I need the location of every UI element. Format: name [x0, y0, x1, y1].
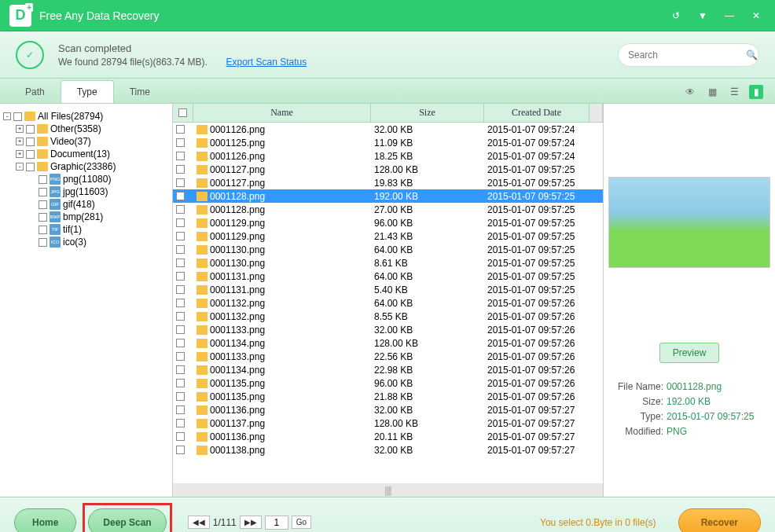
collapse-icon[interactable]: - [3, 112, 11, 120]
file-checkbox[interactable] [176, 245, 185, 254]
file-checkbox[interactable] [176, 392, 185, 401]
file-row[interactable]: 0001130.png8.61 KB2015-01-07 09:57:25 [173, 256, 603, 270]
tree-checkbox[interactable] [13, 112, 22, 121]
pager-go-button[interactable]: Go [292, 515, 311, 529]
file-row[interactable]: 0001131.png5.40 KB2015-01-07 09:57:25 [173, 283, 603, 296]
search-icon[interactable]: 🔍 [746, 50, 758, 61]
file-row[interactable]: 0001133.png32.00 KB2015-01-07 09:57:26 [173, 323, 603, 336]
horizontal-scrollbar[interactable] [173, 483, 603, 497]
file-row[interactable]: 0001135.png21.88 KB2015-01-07 09:57:26 [173, 390, 603, 403]
file-checkbox[interactable] [176, 365, 185, 374]
file-checkbox[interactable] [176, 232, 185, 240]
file-checkbox[interactable] [176, 259, 185, 267]
expand-icon[interactable]: + [16, 150, 24, 158]
file-row[interactable]: 0001129.png21.43 KB2015-01-07 09:57:25 [173, 229, 603, 243]
tree-node[interactable]: +Document(13) [3, 148, 169, 160]
tree-panel[interactable]: -All Files(28794)+Other(5358)+Video(37)+… [0, 104, 173, 497]
tree-node[interactable]: -Graphic(23386) [3, 160, 169, 173]
col-date[interactable]: Created Date [484, 104, 590, 122]
home-button[interactable]: Home [14, 508, 76, 533]
file-row[interactable]: 0001135.png96.00 KB2015-01-07 09:57:26 [173, 376, 603, 390]
file-checkbox[interactable] [176, 178, 185, 187]
file-checkbox[interactable] [176, 379, 185, 387]
tree-node[interactable]: -All Files(28794) [3, 110, 169, 123]
file-row[interactable]: 0001131.png64.00 KB2015-01-07 09:57:25 [173, 270, 603, 283]
tree-node[interactable]: +Other(5358) [3, 123, 169, 135]
detail-view-icon[interactable]: ▮ [749, 85, 763, 99]
file-row[interactable]: 0001132.png8.55 KB2015-01-07 09:57:26 [173, 310, 603, 323]
file-checkbox[interactable] [176, 446, 185, 454]
file-row[interactable]: 0001129.png96.00 KB2015-01-07 09:57:25 [173, 216, 603, 229]
file-row[interactable]: 0001126.png18.25 KB2015-01-07 09:57:24 [173, 149, 603, 163]
history-icon[interactable]: ↺ [667, 6, 685, 25]
tree-checkbox[interactable] [39, 200, 47, 209]
file-checkbox[interactable] [176, 285, 185, 294]
export-scan-link[interactable]: Export Scan Status [226, 57, 307, 68]
tab-path[interactable]: Path [9, 81, 61, 103]
file-row[interactable]: 0001137.png128.00 KB2015-01-07 09:57:27 [173, 416, 603, 430]
collapse-icon[interactable]: - [16, 163, 24, 171]
file-checkbox[interactable] [176, 165, 185, 174]
pager-last-button[interactable]: ▶▶ [240, 515, 262, 529]
file-checkbox[interactable] [176, 339, 185, 347]
preview-button[interactable]: Preview [659, 343, 720, 363]
file-checkbox[interactable] [176, 218, 185, 227]
tree-node[interactable]: ICOico(3) [3, 236, 169, 248]
close-button[interactable]: ✕ [747, 6, 766, 25]
file-checkbox[interactable] [176, 312, 185, 321]
pager-input[interactable] [265, 515, 288, 530]
file-row[interactable]: 0001127.png128.00 KB2015-01-07 09:57:25 [173, 163, 603, 176]
dropdown-icon[interactable]: ▼ [693, 6, 712, 25]
file-checkbox[interactable] [176, 138, 185, 147]
file-row[interactable]: 0001138.png32.00 KB2015-01-07 09:57:27 [173, 443, 603, 457]
search-box[interactable]: 🔍 [618, 43, 759, 67]
tree-node[interactable]: PNGpng(11080) [3, 173, 169, 185]
file-checkbox[interactable] [176, 352, 185, 361]
file-checkbox[interactable] [176, 192, 185, 200]
file-row[interactable]: 0001132.png64.00 KB2015-01-07 09:57:26 [173, 296, 603, 310]
grid-view-icon[interactable]: ▦ [705, 85, 719, 99]
expand-icon[interactable]: + [16, 138, 24, 145]
file-row[interactable]: 0001128.png27.00 KB2015-01-07 09:57:25 [173, 203, 603, 216]
col-check[interactable] [173, 104, 193, 122]
pager-first-button[interactable]: ◀◀ [188, 515, 210, 529]
col-size[interactable]: Size [371, 104, 484, 122]
file-row[interactable]: 0001136.png32.00 KB2015-01-07 09:57:27 [173, 403, 603, 416]
file-checkbox[interactable] [176, 405, 185, 414]
tab-time[interactable]: Time [114, 81, 166, 103]
file-checkbox[interactable] [176, 205, 185, 214]
list-view-icon[interactable]: ☰ [727, 85, 741, 99]
col-name[interactable]: Name [193, 104, 371, 122]
file-checkbox[interactable] [176, 419, 185, 427]
tree-checkbox[interactable] [39, 213, 47, 222]
tree-checkbox[interactable] [39, 238, 47, 247]
recover-button[interactable]: Recover [678, 508, 761, 533]
file-list[interactable]: 0001126.png32.00 KB2015-01-07 09:57:2400… [173, 123, 603, 483]
file-checkbox[interactable] [176, 152, 185, 160]
tree-checkbox[interactable] [39, 175, 47, 184]
file-row[interactable]: 0001134.png128.00 KB2015-01-07 09:57:26 [173, 336, 603, 350]
tree-node[interactable]: BMPbmp(281) [3, 211, 169, 223]
tree-node[interactable]: GIFgif(418) [3, 198, 169, 211]
file-checkbox[interactable] [176, 125, 185, 134]
file-checkbox[interactable] [176, 272, 185, 281]
file-row[interactable]: 0001128.png192.00 KB2015-01-07 09:57:25 [173, 189, 603, 203]
tree-checkbox[interactable] [26, 138, 35, 146]
expand-icon[interactable]: + [16, 125, 24, 133]
file-row[interactable]: 0001126.png32.00 KB2015-01-07 09:57:24 [173, 123, 603, 136]
tree-checkbox[interactable] [26, 150, 35, 159]
tab-type[interactable]: Type [61, 80, 114, 103]
tree-node[interactable]: +Video(37) [3, 135, 169, 148]
file-row[interactable]: 0001127.png19.83 KB2015-01-07 09:57:25 [173, 176, 603, 189]
minimize-button[interactable]: — [720, 6, 739, 25]
file-checkbox[interactable] [176, 325, 185, 334]
search-input[interactable] [628, 50, 746, 61]
eye-icon[interactable]: 👁 [683, 85, 697, 99]
file-checkbox[interactable] [176, 299, 185, 307]
tree-node[interactable]: JPGjpg(11603) [3, 185, 169, 198]
file-row[interactable]: 0001125.png11.09 KB2015-01-07 09:57:24 [173, 136, 603, 149]
tree-checkbox[interactable] [26, 125, 35, 134]
tree-checkbox[interactable] [39, 188, 47, 196]
tree-checkbox[interactable] [26, 163, 35, 171]
file-row[interactable]: 0001134.png22.98 KB2015-01-07 09:57:26 [173, 363, 603, 376]
